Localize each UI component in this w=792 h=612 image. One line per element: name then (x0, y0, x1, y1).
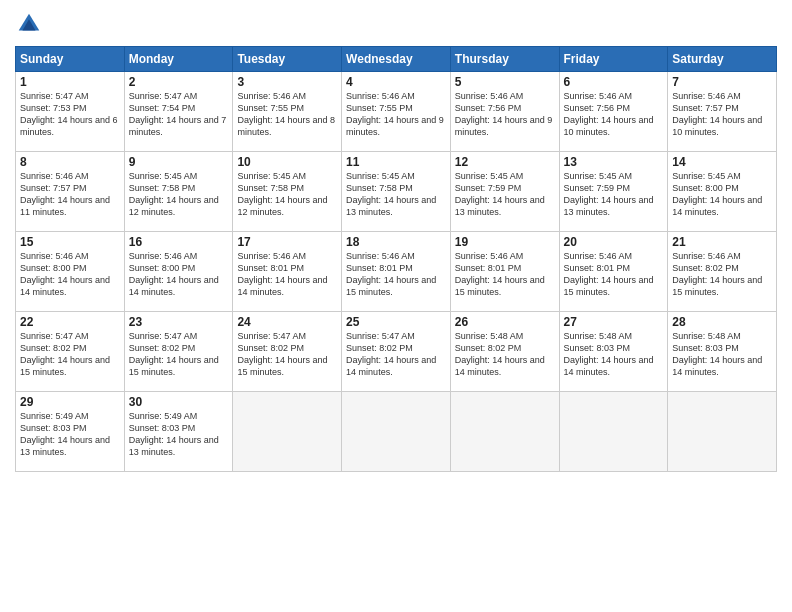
calendar-cell (668, 392, 777, 472)
calendar-cell: 5Sunrise: 5:46 AMSunset: 7:56 PMDaylight… (450, 72, 559, 152)
cell-info: Sunrise: 5:46 AMSunset: 7:55 PMDaylight:… (346, 91, 444, 137)
calendar-cell: 18Sunrise: 5:46 AMSunset: 8:01 PMDayligh… (342, 232, 451, 312)
cell-info: Sunrise: 5:49 AMSunset: 8:03 PMDaylight:… (20, 411, 110, 457)
calendar: SundayMondayTuesdayWednesdayThursdayFrid… (15, 46, 777, 472)
calendar-cell: 24Sunrise: 5:47 AMSunset: 8:02 PMDayligh… (233, 312, 342, 392)
cell-info: Sunrise: 5:46 AMSunset: 8:01 PMDaylight:… (237, 251, 327, 297)
day-number: 29 (20, 395, 120, 409)
calendar-cell: 25Sunrise: 5:47 AMSunset: 8:02 PMDayligh… (342, 312, 451, 392)
cell-info: Sunrise: 5:48 AMSunset: 8:03 PMDaylight:… (564, 331, 654, 377)
cell-info: Sunrise: 5:47 AMSunset: 8:02 PMDaylight:… (346, 331, 436, 377)
calendar-cell (233, 392, 342, 472)
calendar-cell: 6Sunrise: 5:46 AMSunset: 7:56 PMDaylight… (559, 72, 668, 152)
calendar-cell: 12Sunrise: 5:45 AMSunset: 7:59 PMDayligh… (450, 152, 559, 232)
day-of-week-header: Wednesday (342, 47, 451, 72)
cell-info: Sunrise: 5:46 AMSunset: 8:01 PMDaylight:… (455, 251, 545, 297)
day-number: 9 (129, 155, 229, 169)
day-number: 25 (346, 315, 446, 329)
calendar-week-row: 8Sunrise: 5:46 AMSunset: 7:57 PMDaylight… (16, 152, 777, 232)
calendar-body: 1Sunrise: 5:47 AMSunset: 7:53 PMDaylight… (16, 72, 777, 472)
day-number: 17 (237, 235, 337, 249)
calendar-cell: 9Sunrise: 5:45 AMSunset: 7:58 PMDaylight… (124, 152, 233, 232)
calendar-cell: 21Sunrise: 5:46 AMSunset: 8:02 PMDayligh… (668, 232, 777, 312)
cell-info: Sunrise: 5:45 AMSunset: 7:58 PMDaylight:… (346, 171, 436, 217)
logo-icon (15, 10, 43, 38)
day-number: 7 (672, 75, 772, 89)
cell-info: Sunrise: 5:49 AMSunset: 8:03 PMDaylight:… (129, 411, 219, 457)
day-of-week-header: Thursday (450, 47, 559, 72)
day-number: 23 (129, 315, 229, 329)
day-number: 13 (564, 155, 664, 169)
calendar-cell: 11Sunrise: 5:45 AMSunset: 7:58 PMDayligh… (342, 152, 451, 232)
calendar-cell: 8Sunrise: 5:46 AMSunset: 7:57 PMDaylight… (16, 152, 125, 232)
cell-info: Sunrise: 5:45 AMSunset: 7:59 PMDaylight:… (564, 171, 654, 217)
cell-info: Sunrise: 5:46 AMSunset: 8:00 PMDaylight:… (20, 251, 110, 297)
cell-info: Sunrise: 5:47 AMSunset: 7:54 PMDaylight:… (129, 91, 227, 137)
cell-info: Sunrise: 5:48 AMSunset: 8:03 PMDaylight:… (672, 331, 762, 377)
calendar-cell: 14Sunrise: 5:45 AMSunset: 8:00 PMDayligh… (668, 152, 777, 232)
day-number: 8 (20, 155, 120, 169)
cell-info: Sunrise: 5:47 AMSunset: 8:02 PMDaylight:… (237, 331, 327, 377)
calendar-cell: 3Sunrise: 5:46 AMSunset: 7:55 PMDaylight… (233, 72, 342, 152)
cell-info: Sunrise: 5:45 AMSunset: 8:00 PMDaylight:… (672, 171, 762, 217)
cell-info: Sunrise: 5:46 AMSunset: 8:00 PMDaylight:… (129, 251, 219, 297)
day-number: 26 (455, 315, 555, 329)
day-number: 22 (20, 315, 120, 329)
cell-info: Sunrise: 5:46 AMSunset: 8:01 PMDaylight:… (346, 251, 436, 297)
calendar-cell: 16Sunrise: 5:46 AMSunset: 8:00 PMDayligh… (124, 232, 233, 312)
day-of-week-header: Monday (124, 47, 233, 72)
cell-info: Sunrise: 5:46 AMSunset: 7:57 PMDaylight:… (20, 171, 110, 217)
cell-info: Sunrise: 5:48 AMSunset: 8:02 PMDaylight:… (455, 331, 545, 377)
calendar-cell: 22Sunrise: 5:47 AMSunset: 8:02 PMDayligh… (16, 312, 125, 392)
cell-info: Sunrise: 5:47 AMSunset: 7:53 PMDaylight:… (20, 91, 118, 137)
cell-info: Sunrise: 5:47 AMSunset: 8:02 PMDaylight:… (20, 331, 110, 377)
cell-info: Sunrise: 5:45 AMSunset: 7:58 PMDaylight:… (237, 171, 327, 217)
day-number: 1 (20, 75, 120, 89)
day-number: 27 (564, 315, 664, 329)
logo (15, 10, 47, 38)
calendar-cell: 27Sunrise: 5:48 AMSunset: 8:03 PMDayligh… (559, 312, 668, 392)
day-number: 16 (129, 235, 229, 249)
cell-info: Sunrise: 5:46 AMSunset: 7:55 PMDaylight:… (237, 91, 335, 137)
calendar-week-row: 15Sunrise: 5:46 AMSunset: 8:00 PMDayligh… (16, 232, 777, 312)
cell-info: Sunrise: 5:46 AMSunset: 8:02 PMDaylight:… (672, 251, 762, 297)
calendar-cell: 15Sunrise: 5:46 AMSunset: 8:00 PMDayligh… (16, 232, 125, 312)
calendar-cell: 29Sunrise: 5:49 AMSunset: 8:03 PMDayligh… (16, 392, 125, 472)
page: SundayMondayTuesdayWednesdayThursdayFrid… (0, 0, 792, 612)
calendar-cell: 19Sunrise: 5:46 AMSunset: 8:01 PMDayligh… (450, 232, 559, 312)
calendar-header-row: SundayMondayTuesdayWednesdayThursdayFrid… (16, 47, 777, 72)
day-number: 28 (672, 315, 772, 329)
calendar-cell: 1Sunrise: 5:47 AMSunset: 7:53 PMDaylight… (16, 72, 125, 152)
calendar-cell (559, 392, 668, 472)
day-number: 21 (672, 235, 772, 249)
day-number: 14 (672, 155, 772, 169)
cell-info: Sunrise: 5:46 AMSunset: 8:01 PMDaylight:… (564, 251, 654, 297)
day-number: 6 (564, 75, 664, 89)
calendar-cell: 7Sunrise: 5:46 AMSunset: 7:57 PMDaylight… (668, 72, 777, 152)
cell-info: Sunrise: 5:46 AMSunset: 7:56 PMDaylight:… (564, 91, 654, 137)
calendar-cell: 28Sunrise: 5:48 AMSunset: 8:03 PMDayligh… (668, 312, 777, 392)
day-number: 24 (237, 315, 337, 329)
day-of-week-header: Sunday (16, 47, 125, 72)
day-number: 2 (129, 75, 229, 89)
calendar-cell: 13Sunrise: 5:45 AMSunset: 7:59 PMDayligh… (559, 152, 668, 232)
day-number: 19 (455, 235, 555, 249)
calendar-week-row: 1Sunrise: 5:47 AMSunset: 7:53 PMDaylight… (16, 72, 777, 152)
header (15, 10, 777, 38)
calendar-cell: 4Sunrise: 5:46 AMSunset: 7:55 PMDaylight… (342, 72, 451, 152)
cell-info: Sunrise: 5:47 AMSunset: 8:02 PMDaylight:… (129, 331, 219, 377)
day-number: 5 (455, 75, 555, 89)
cell-info: Sunrise: 5:46 AMSunset: 7:56 PMDaylight:… (455, 91, 553, 137)
calendar-cell: 2Sunrise: 5:47 AMSunset: 7:54 PMDaylight… (124, 72, 233, 152)
calendar-week-row: 29Sunrise: 5:49 AMSunset: 8:03 PMDayligh… (16, 392, 777, 472)
day-number: 11 (346, 155, 446, 169)
calendar-cell (342, 392, 451, 472)
cell-info: Sunrise: 5:45 AMSunset: 7:58 PMDaylight:… (129, 171, 219, 217)
calendar-cell: 17Sunrise: 5:46 AMSunset: 8:01 PMDayligh… (233, 232, 342, 312)
day-of-week-header: Saturday (668, 47, 777, 72)
calendar-cell: 20Sunrise: 5:46 AMSunset: 8:01 PMDayligh… (559, 232, 668, 312)
day-number: 10 (237, 155, 337, 169)
calendar-cell: 23Sunrise: 5:47 AMSunset: 8:02 PMDayligh… (124, 312, 233, 392)
day-number: 4 (346, 75, 446, 89)
cell-info: Sunrise: 5:45 AMSunset: 7:59 PMDaylight:… (455, 171, 545, 217)
